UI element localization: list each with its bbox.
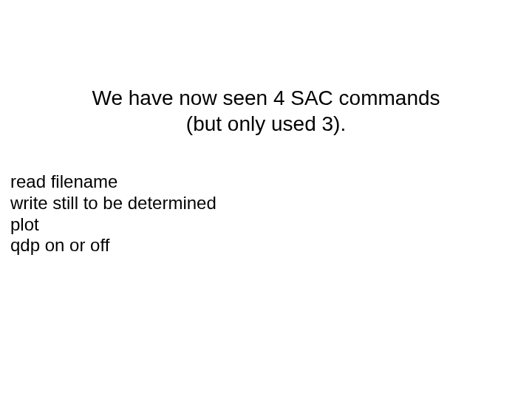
title-line-1: We have now seen 4 SAC commands (0, 85, 532, 111)
command-plot: plot (10, 214, 216, 236)
commands-list: read filename write still to be determin… (10, 171, 216, 256)
command-read: read filename (10, 171, 216, 193)
command-qdp: qdp on or off (10, 235, 216, 256)
command-write: write still to be determined (10, 193, 216, 214)
slide-title: We have now seen 4 SAC commands (but onl… (0, 85, 532, 137)
title-line-2: (but only used 3). (0, 111, 532, 137)
